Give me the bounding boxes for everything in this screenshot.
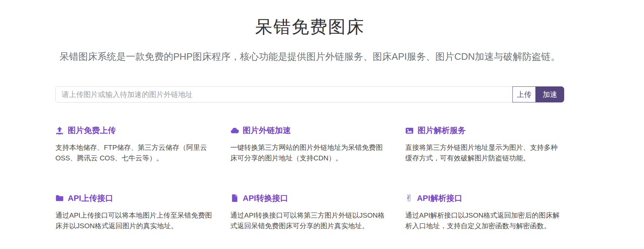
folder-icon: [55, 194, 64, 202]
feature-description: 通过API上传接口可以将本地图片上传至呆错免费图床并以JSON格式返回图片的真实…: [55, 210, 214, 232]
feature-link-api-parse[interactable]: ✌ API解析接口: [405, 193, 462, 204]
feature-description: 直接将第三方外链图片地址显示为图片、支持多种缓存方式，可有效破解图片防盗链功能。: [405, 142, 564, 164]
feature-description: 一键转换第三方网站的图片外链地址为呆错免费图床可分享的图片地址（支持CDN）。: [230, 142, 389, 164]
feature-title-text: 图片免费上传: [68, 125, 116, 136]
feature-card-api-convert: API转换接口 通过API转换接口可以将第三方图片外链以JSON格式返回呆错免费…: [230, 193, 389, 232]
image-icon: [405, 127, 414, 135]
file-icon: [230, 194, 239, 202]
feature-link-api-convert[interactable]: API转换接口: [230, 193, 288, 204]
feature-card-image-parse: 图片解析服务 直接将第三方外链图片地址显示为图片、支持多种缓存方式，可有效破解图…: [405, 125, 564, 164]
feature-description: 通过API转换接口可以将第三方图片外链以JSON格式返回呆错免费图床可分享的图片…: [230, 210, 389, 232]
page-title: 呆错免费图床: [55, 15, 564, 39]
feature-title-text: 图片解析服务: [418, 125, 466, 136]
hand-peace-icon: ✌: [405, 193, 413, 203]
feature-card-link-accel: 图片外链加速 一键转换第三方网站的图片外链地址为呆错免费图床可分享的图片地址（支…: [230, 125, 389, 164]
link-input-group: 上传 加速: [55, 86, 564, 102]
feature-link-api-upload[interactable]: API上传接口: [55, 193, 113, 204]
feature-card-api-parse: ✌ API解析接口 通过API解析接口以JSON格式返回加密后的图床解析入口地址…: [405, 193, 564, 232]
upload-button[interactable]: 上传: [512, 86, 536, 102]
feature-title-text: API上传接口: [68, 193, 113, 204]
cloud-icon: [230, 127, 239, 135]
accelerate-button[interactable]: 加速: [536, 86, 564, 102]
feature-description: 支持本地储存、FTP储存、第三方云储存（阿里云 OSS、腾讯云 COS、七牛云等…: [55, 142, 214, 164]
feature-title-text: 图片外链加速: [243, 125, 291, 136]
feature-card-api-upload: API上传接口 通过API上传接口可以将本地图片上传至呆错免费图床并以JSON格…: [55, 193, 214, 232]
feature-link-link-accel[interactable]: 图片外链加速: [230, 125, 291, 136]
feature-description: 通过API解析接口以JSON格式返回加密后的图床解析入口地址，支持自定义加密函数…: [405, 210, 564, 232]
upload-icon: [55, 127, 64, 135]
feature-title-text: API解析接口: [417, 193, 462, 204]
feature-grid: 图片免费上传 支持本地储存、FTP储存、第三方云储存（阿里云 OSS、腾讯云 C…: [55, 125, 564, 232]
feature-title-text: API转换接口: [243, 193, 288, 204]
page-subtitle: 呆错图床系统是一款免费的PHP图床程序，核心功能是提供图片外链服务、图床API服…: [55, 50, 564, 63]
image-url-input[interactable]: [55, 86, 512, 102]
feature-card-free-upload: 图片免费上传 支持本地储存、FTP储存、第三方云储存（阿里云 OSS、腾讯云 C…: [55, 125, 214, 164]
feature-link-free-upload[interactable]: 图片免费上传: [55, 125, 116, 136]
main-container: 呆错免费图床 呆错图床系统是一款免费的PHP图床程序，核心功能是提供图片外链服务…: [55, 15, 564, 232]
feature-link-image-parse[interactable]: 图片解析服务: [405, 125, 466, 136]
